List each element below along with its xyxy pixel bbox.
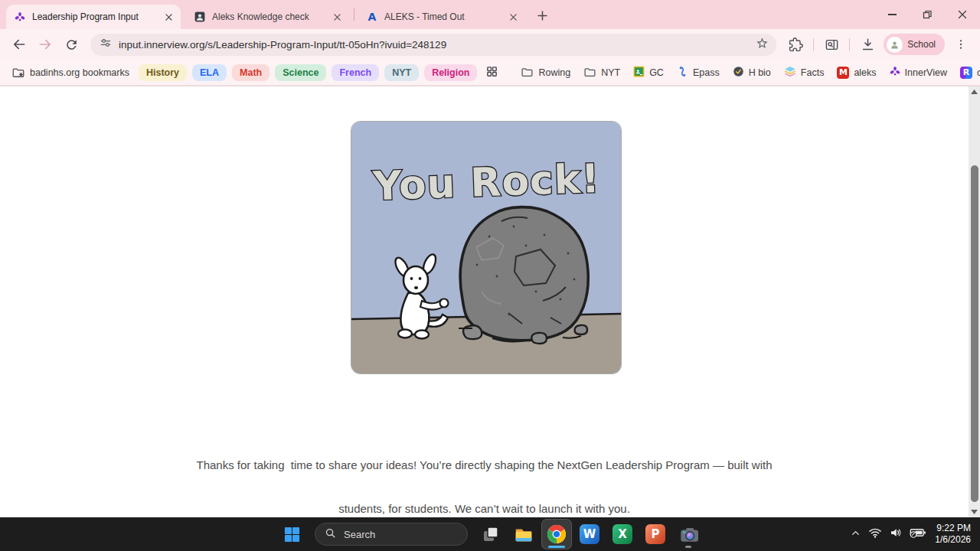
clock-date: 1/6/2026 <box>935 534 971 546</box>
profile-avatar <box>887 37 903 53</box>
aleks-avatar-favicon <box>194 11 206 23</box>
tray-chevron-up-icon[interactable] <box>850 527 861 542</box>
battery-energy-saver-icon[interactable] <box>910 526 926 543</box>
profile-label: School <box>907 39 936 50</box>
tab-aleks-knowledge-check[interactable]: Aleks Knowledge check <box>186 5 349 29</box>
taskbar-clock[interactable]: 9:22 PM 1/6/2026 <box>935 523 971 546</box>
excel-button[interactable]: X <box>608 520 637 549</box>
window-controls <box>874 0 980 29</box>
facts-layers-icon <box>784 65 796 80</box>
google-classroom-icon <box>633 66 645 80</box>
search-icon <box>325 527 336 541</box>
camera-open-indicator <box>685 546 691 548</box>
bookmark-gc[interactable]: GC <box>629 64 668 82</box>
you-rock-cartoon: You Rock! <box>351 122 621 373</box>
wifi-icon[interactable] <box>868 526 882 543</box>
clock-time: 9:22 PM <box>935 523 971 534</box>
browser-menu-icon[interactable] <box>949 33 972 56</box>
tab-close-icon[interactable] <box>331 11 343 23</box>
taskbar-search[interactable]: Search <box>315 523 468 546</box>
managed-bookmarks-label: badinhs.org bookmarks <box>30 67 129 78</box>
address-bar[interactable]: input.innerview.org/s/Leadership-Program… <box>90 34 776 56</box>
tab-close-icon[interactable] <box>162 11 175 23</box>
tab-group-chip-science[interactable]: Science <box>275 64 326 81</box>
clockd-r-icon: R <box>960 67 972 79</box>
page-content: You Rock! <box>0 86 980 517</box>
scrollbar[interactable] <box>969 86 980 517</box>
profile-button[interactable]: School <box>884 34 945 55</box>
tab-group-chip-ela[interactable]: ELA <box>192 64 227 81</box>
extensions-icon[interactable] <box>784 33 807 56</box>
new-tab-button[interactable] <box>533 6 551 24</box>
camera-button[interactable] <box>674 520 703 549</box>
tab-title: ALEKS - Timed Out <box>384 11 501 22</box>
bookmark-rowing[interactable]: Rowing <box>517 64 574 81</box>
tab-group-chip-religion[interactable]: Religion <box>424 64 477 81</box>
window-close-button[interactable] <box>945 0 980 29</box>
gear-icon <box>19 72 23 76</box>
screen: Leadership Program Input Aleks Knowledge… <box>0 0 980 551</box>
downloads-icon[interactable] <box>856 33 879 56</box>
tab-group-chip-french[interactable]: French <box>332 64 379 81</box>
back-button[interactable] <box>8 33 31 56</box>
managed-bookmarks-folder[interactable]: badinhs.org bookmarks <box>8 64 133 82</box>
tab-group-chip-math[interactable]: Math <box>232 64 270 81</box>
bookmark-star-icon[interactable] <box>756 37 769 53</box>
browser-toolbar: input.innerview.org/s/Leadership-Program… <box>0 29 980 60</box>
bookmark-innerview[interactable]: InnerView <box>886 64 951 81</box>
bookmark-epass[interactable]: Epass <box>673 64 724 82</box>
scroll-down-icon[interactable] <box>969 507 980 517</box>
powerpoint-icon: P <box>645 524 665 544</box>
powerpoint-button[interactable]: P <box>641 520 670 549</box>
apps-grid-icon[interactable] <box>485 65 498 80</box>
site-settings-icon[interactable] <box>100 37 112 52</box>
you-rock-title: You Rock! <box>371 155 600 209</box>
search-label: Search <box>344 529 375 540</box>
tab-title: Aleks Knowledge check <box>212 11 325 22</box>
h-bio-icon <box>733 66 744 80</box>
innerview-flower-icon <box>890 66 900 79</box>
message-line-1: Thanks for taking time to share your ide… <box>0 458 969 472</box>
tab-title: Leadership Program Input <box>32 11 156 22</box>
start-button[interactable] <box>277 520 306 549</box>
file-explorer-button[interactable] <box>509 520 538 549</box>
innerview-favicon <box>14 11 26 23</box>
bookmark-h-bio[interactable]: H bio <box>729 64 775 82</box>
bookmark-facts[interactable]: Facts <box>780 63 828 82</box>
bookmarks-bar: badinhs.org bookmarks History ELA Math S… <box>0 60 980 86</box>
reload-button[interactable] <box>60 33 83 56</box>
volume-icon[interactable] <box>889 526 903 543</box>
task-view-button[interactable] <box>476 520 505 549</box>
chrome-active-indicator <box>548 546 565 548</box>
system-tray: 9:22 PM 1/6/2026 <box>850 517 975 551</box>
toolbar-separator <box>813 38 814 51</box>
word-icon: W <box>580 524 599 544</box>
mcgraw-hill-m-icon: M <box>837 67 849 79</box>
tab-aleks-timed-out[interactable]: A ALEKS - Timed Out <box>358 5 525 29</box>
chrome-button[interactable] <box>542 520 571 549</box>
excel-icon: X <box>612 524 632 544</box>
message-line-2: students, for students. We can’t wait to… <box>0 501 969 516</box>
toolbar-separator <box>849 38 850 51</box>
forward-button[interactable] <box>34 33 57 56</box>
bookmark-clockd[interactable]: R clock:D <box>956 64 980 81</box>
taskbar: Search W X P <box>0 517 980 551</box>
tab-group-chip-nyt[interactable]: NYT <box>384 64 419 81</box>
side-panel-search-icon[interactable] <box>820 33 843 56</box>
aleks-a-favicon: A <box>366 11 378 23</box>
folder-icon-label: Rowing <box>538 67 570 78</box>
window-minimize-button[interactable] <box>874 0 910 29</box>
epass-icon <box>677 66 688 80</box>
window-restore-button[interactable] <box>910 0 945 29</box>
tab-strip: Leadership Program Input Aleks Knowledge… <box>0 0 980 29</box>
url-text[interactable]: input.innerview.org/s/Leadership-Program… <box>119 39 749 51</box>
tab-leadership-program-input[interactable]: Leadership Program Input <box>6 5 181 29</box>
bookmark-aleks[interactable]: M aleks <box>833 64 880 81</box>
tab-group-chip-history[interactable]: History <box>139 64 187 81</box>
tab-close-icon[interactable] <box>507 11 519 23</box>
tab-separator <box>354 8 354 21</box>
scrollbar-thumb[interactable] <box>971 165 978 502</box>
scroll-up-icon[interactable] <box>969 86 980 97</box>
word-button[interactable]: W <box>575 520 604 549</box>
bookmark-nyt-folder[interactable]: NYT <box>580 64 624 81</box>
